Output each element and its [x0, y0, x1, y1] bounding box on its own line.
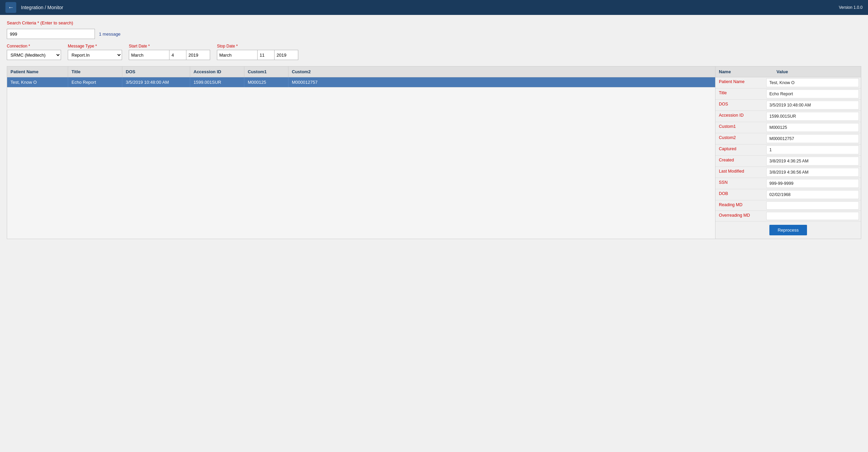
field-value-custom2: M000012757 — [766, 134, 859, 143]
field-value-created: 3/8/2019 4:36:25 AM — [766, 157, 859, 165]
col-custom2: Custom2 — [288, 66, 332, 77]
stop-date-fields — [217, 50, 298, 60]
detail-row-custom2: Custom2 M000012757 — [715, 133, 861, 144]
field-value-captured: 1 — [766, 145, 859, 154]
detail-row-patient-name: Patient Name Test, Know O — [715, 77, 861, 89]
detail-value-header: Value — [776, 69, 857, 74]
table-header: Patient Name Title DOS Accession ID Cust… — [7, 66, 715, 77]
field-value-dos: 3/5/2019 10:48:00 AM — [766, 101, 859, 110]
field-label-title: Title — [715, 89, 766, 99]
search-row: 1 message — [7, 29, 861, 39]
cell-accession-id: 1599.001SUR — [190, 77, 244, 87]
field-value-reading-md — [766, 201, 859, 210]
back-button[interactable]: ← — [5, 2, 16, 13]
field-label-captured: Captured — [715, 144, 766, 155]
message-type-filter: Message Type * Report.In — [68, 44, 122, 60]
main-content: Search Criteria * (Enter to search) 1 me… — [0, 15, 868, 244]
col-title: Title — [68, 66, 122, 77]
stop-year-input[interactable] — [275, 50, 298, 60]
search-criteria-label: Search Criteria * (Enter to search) — [7, 20, 861, 25]
field-value-patient-name: Test, Know O — [766, 78, 859, 87]
search-input[interactable] — [7, 29, 95, 39]
field-value-overreading-md — [766, 212, 859, 220]
field-value-ssn: 999-99-9999 — [766, 179, 859, 188]
message-count: 1 message — [99, 32, 121, 37]
cell-title: Echo Report — [68, 77, 122, 87]
field-value-custom1: M000125 — [766, 123, 859, 132]
field-label-patient-name: Patient Name — [715, 77, 766, 88]
detail-row-captured: Captured 1 — [715, 144, 861, 156]
filters-row: Connection * SRMC (Meditech) Message Typ… — [7, 44, 861, 60]
field-value-accession-id: 1599.001SUR — [766, 112, 859, 121]
col-dos: DOS — [122, 66, 190, 77]
field-label-last-modified: Last Modified — [715, 167, 766, 178]
detail-header: Name Value — [715, 66, 861, 77]
stop-day-input[interactable] — [258, 50, 275, 60]
app-version: Version 1.0.0 — [839, 5, 863, 10]
detail-row-title: Title Echo Report — [715, 89, 861, 100]
detail-rows: Patient Name Test, Know O Title Echo Rep… — [715, 77, 861, 221]
start-year-input[interactable] — [186, 50, 210, 60]
field-label-dos: DOS — [715, 100, 766, 111]
cell-custom2: M000012757 — [288, 77, 332, 87]
field-label-accession-id: Accession ID — [715, 111, 766, 122]
cell-custom1: M000125 — [244, 77, 288, 87]
connection-filter: Connection * SRMC (Meditech) — [7, 44, 61, 60]
col-patient-name: Patient Name — [7, 66, 68, 77]
detail-row-dos: DOS 3/5/2019 10:48:00 AM — [715, 100, 861, 111]
col-custom1: Custom1 — [244, 66, 288, 77]
app-title: Integration / Monitor — [21, 5, 839, 10]
stop-month-input[interactable] — [217, 50, 258, 60]
detail-row-created: Created 3/8/2019 4:36:25 AM — [715, 156, 861, 167]
detail-row-accession-id: Accession ID 1599.001SUR — [715, 111, 861, 122]
stop-date-label: Stop Date * — [217, 44, 298, 48]
detail-row-reading-md: Reading MD — [715, 200, 861, 211]
message-type-label: Message Type * — [68, 44, 122, 48]
connection-select[interactable]: SRMC (Meditech) — [7, 50, 61, 60]
field-label-custom1: Custom1 — [715, 122, 766, 133]
field-value-title: Echo Report — [766, 90, 859, 98]
detail-row-ssn: SSN 999-99-9999 — [715, 178, 861, 189]
connection-label: Connection * — [7, 44, 61, 48]
field-label-custom2: Custom2 — [715, 133, 766, 144]
results-table: Patient Name Title DOS Accession ID Cust… — [7, 66, 715, 239]
start-day-input[interactable] — [169, 50, 186, 60]
field-value-dob: 02/02/1968 — [766, 190, 859, 199]
field-label-created: Created — [715, 156, 766, 166]
content-area: Patient Name Title DOS Accession ID Cust… — [7, 66, 861, 239]
field-value-last-modified: 3/8/2019 4:36:56 AM — [766, 168, 859, 177]
start-date-label: Start Date * — [129, 44, 210, 48]
start-date-group: Start Date * — [129, 44, 210, 60]
app-header: ← Integration / Monitor Version 1.0.0 — [0, 0, 868, 15]
reprocess-button[interactable]: Reprocess — [769, 225, 807, 235]
stop-date-group: Stop Date * — [217, 44, 298, 60]
start-date-fields — [129, 50, 210, 60]
field-label-reading-md: Reading MD — [715, 200, 766, 211]
detail-row-custom1: Custom1 M000125 — [715, 122, 861, 133]
field-label-ssn: SSN — [715, 178, 766, 189]
detail-row-last-modified: Last Modified 3/8/2019 4:36:56 AM — [715, 167, 861, 178]
field-label-dob: DOB — [715, 189, 766, 200]
col-accession-id: Accession ID — [190, 66, 244, 77]
detail-row-overreading-md: Overreading MD — [715, 211, 861, 221]
message-type-select[interactable]: Report.In — [68, 50, 122, 60]
field-label-overreading-md: Overreading MD — [715, 211, 766, 221]
start-month-input[interactable] — [129, 50, 169, 60]
detail-row-dob: DOB 02/02/1968 — [715, 189, 861, 200]
table-row[interactable]: Test, Know O Echo Report 3/5/2019 10:48:… — [7, 77, 715, 87]
cell-dos: 3/5/2019 10:48:00 AM — [122, 77, 190, 87]
detail-name-header: Name — [719, 69, 770, 74]
cell-patient-name: Test, Know O — [7, 77, 68, 87]
detail-panel: Name Value Patient Name Test, Know O Tit… — [715, 66, 861, 239]
